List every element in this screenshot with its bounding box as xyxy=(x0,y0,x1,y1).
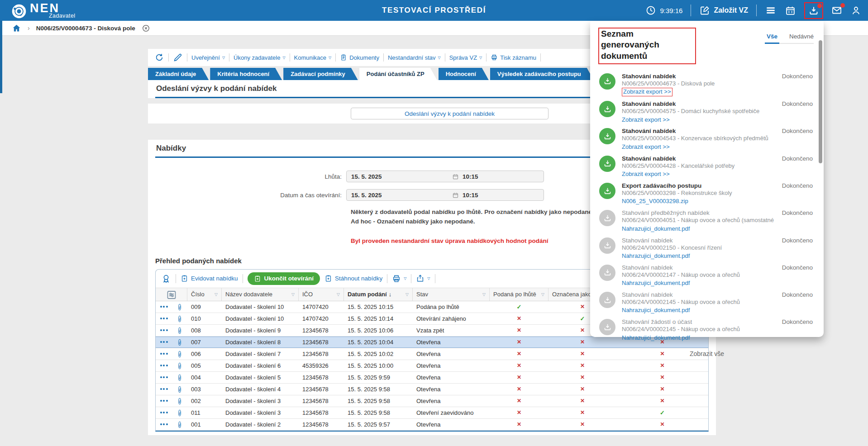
document-link[interactable]: Zobrazit export >> xyxy=(622,116,670,124)
generated-document-item[interactable]: Stahování nabídek N006/25/V00004428 - Ka… xyxy=(590,153,824,180)
table-row[interactable]: i 002 Dodavatel - školení 3 12345678 15.… xyxy=(156,395,708,407)
row-info-icon[interactable]: i xyxy=(172,409,187,416)
row-menu-icon[interactable] xyxy=(156,376,172,378)
document-link[interactable]: Nahrazujici_dokument.pdf xyxy=(622,334,690,342)
filter-icon[interactable]: ▽ xyxy=(337,292,340,297)
filter-icon[interactable]: ▽ xyxy=(291,292,295,297)
filter-icon[interactable]: ▽ xyxy=(541,292,544,297)
column-header[interactable]: Datum podání ↓ ▽ xyxy=(344,288,413,301)
panel-tab-recent[interactable]: Nedávné xyxy=(789,33,814,40)
menubar-item[interactable]: Uveřejnění ▽ xyxy=(191,54,225,61)
scrollbar-thumb[interactable] xyxy=(819,40,822,163)
menubar-item[interactable]: Nestandardní stav ▽ xyxy=(388,54,441,61)
tab[interactable]: Základní údaje xyxy=(148,68,209,80)
row-menu-icon[interactable] xyxy=(156,388,172,390)
document-link[interactable]: Nahrazujici_dokument.pdf xyxy=(622,252,690,260)
breadcrumb-item[interactable]: N006/25/V00004673 - Disková pole xyxy=(36,25,135,32)
row-info-icon[interactable]: i xyxy=(172,315,187,322)
filter-icon[interactable]: ▽ xyxy=(405,292,409,297)
generated-document-item[interactable]: Stahování nabídek N006/25/V00004543 - Ko… xyxy=(590,125,824,152)
document-link[interactable]: Zobrazit export >> xyxy=(622,143,670,151)
panel-scrollbar[interactable] xyxy=(818,23,822,335)
generated-document-item[interactable]: Stahování nabídek N006/24/V00002150 - Ko… xyxy=(590,235,824,262)
generated-document-item[interactable]: Stahování nabídek N006/24/V00002145 - Ná… xyxy=(590,289,824,316)
chevron-down-icon[interactable]: ▽ xyxy=(404,276,406,280)
row-info-icon[interactable]: i xyxy=(172,339,187,346)
generated-documents-button[interactable] xyxy=(808,5,819,16)
document-link[interactable]: Nahrazujici_dokument.pdf xyxy=(622,280,690,287)
table-settings-icon[interactable] xyxy=(166,289,177,299)
menubar-item[interactable]: Komunikace ▽ xyxy=(294,54,332,61)
row-menu-icon[interactable] xyxy=(156,318,172,319)
generated-document-item[interactable]: Stahování předběžných nabídek N006/24/V0… xyxy=(590,207,824,234)
close-tab-icon[interactable] xyxy=(142,24,150,33)
row-menu-icon[interactable] xyxy=(156,400,172,402)
table-row[interactable]: i 011 Dodavatel - školení 3 12345678 15.… xyxy=(156,407,708,419)
row-info-icon[interactable]: i xyxy=(172,351,187,357)
certificate-seal-icon[interactable] xyxy=(161,274,171,284)
row-menu-icon[interactable] xyxy=(156,341,172,343)
column-header[interactable]: Stav ▽ xyxy=(413,288,490,301)
panel-tab-all[interactable]: Vše xyxy=(767,33,777,40)
row-menu-icon[interactable] xyxy=(156,412,172,413)
user-profile-icon[interactable] xyxy=(850,5,862,16)
column-header[interactable]: Název dodavatele ▽ xyxy=(222,288,299,301)
filter-icon[interactable]: ▽ xyxy=(482,292,486,297)
deadline-input[interactable]: 15. 5. 2025 10:15 xyxy=(346,171,544,182)
row-menu-icon[interactable] xyxy=(156,306,172,308)
create-vz-button[interactable]: Založit VZ xyxy=(699,5,748,16)
column-header[interactable]: Podaná po lhůtě ▽ xyxy=(490,288,548,301)
column-header[interactable]: Číslo ▽ xyxy=(187,288,222,301)
generated-document-item[interactable]: Stahování žádostí o účast N006/24/V00002… xyxy=(590,316,824,343)
generated-document-item[interactable]: Stahování nabídek N006/24/V00002147 - Ná… xyxy=(590,262,824,289)
document-link[interactable]: N006_25_V00003298.zip xyxy=(622,198,688,205)
table-row[interactable]: i 005 Dodavatel - školení 6 45359326 15.… xyxy=(156,360,708,372)
opening-input[interactable]: 15. 5. 2025 10:15 xyxy=(346,189,544,201)
home-icon[interactable] xyxy=(12,24,21,33)
tab[interactable]: Kritéria hodnocení xyxy=(210,68,282,80)
menubar-item[interactable]: Tisk záznamu xyxy=(491,54,536,61)
row-menu-icon[interactable] xyxy=(156,353,172,355)
register-bid-button[interactable]: Evidovat nabídku xyxy=(181,275,238,282)
tab[interactable]: Výsledek zadávacího postupu xyxy=(490,68,594,80)
table-row[interactable]: i 003 Dodavatel - školení 4 12345678 15.… xyxy=(156,384,708,395)
row-info-icon[interactable]: i xyxy=(172,362,187,369)
finish-opening-button[interactable]: Ukončit otevírání xyxy=(248,272,320,285)
row-menu-icon[interactable] xyxy=(156,365,172,366)
messages-button[interactable] xyxy=(831,5,842,16)
filter-icon[interactable]: ▽ xyxy=(215,292,218,297)
row-info-icon[interactable]: i xyxy=(172,421,187,428)
row-info-icon[interactable]: i xyxy=(172,398,187,404)
generated-document-item[interactable]: Stahování nabídek N006/25/V00004575 - Do… xyxy=(590,98,824,125)
menu-hamburger-icon[interactable] xyxy=(765,5,777,16)
row-info-icon[interactable]: i xyxy=(172,386,187,393)
row-menu-icon[interactable] xyxy=(156,423,172,425)
export-icon[interactable] xyxy=(416,274,424,283)
tab[interactable]: Podání účastníků ZP xyxy=(359,68,437,80)
document-link[interactable]: Nahrazujici_dokument.pdf xyxy=(622,307,690,314)
menubar-item[interactable]: Úkony zadavatele ▽ xyxy=(234,54,286,61)
document-link[interactable]: Zobrazit export >> xyxy=(622,88,672,96)
print-icon[interactable] xyxy=(392,274,401,283)
document-link[interactable]: Zobrazit export >> xyxy=(622,171,670,178)
menubar-item[interactable]: Správa VZ ▽ xyxy=(449,54,482,61)
show-all-link[interactable]: Zobrazit vše xyxy=(590,350,824,357)
generated-document-item[interactable]: Export zadávacího postupu N006/25/V00003… xyxy=(590,180,824,207)
row-info-icon[interactable]: i xyxy=(172,327,187,334)
menubar-item[interactable]: Dokumenty xyxy=(340,54,379,61)
column-header[interactable]: IČO ▽ xyxy=(299,288,344,301)
table-row[interactable]: i 004 Dodavatel - školení 5 12345678 15.… xyxy=(156,372,708,384)
chevron-down-icon[interactable]: ▽ xyxy=(427,276,430,280)
generated-document-item[interactable]: Stahování nabídek N006/25/V00004673 - Di… xyxy=(590,71,824,98)
pencil-icon[interactable] xyxy=(173,52,183,62)
row-info-icon[interactable]: i xyxy=(172,304,187,310)
tab[interactable]: Zadávací podmínky xyxy=(283,68,358,80)
nen-logo[interactable]: NEN Zadavatel xyxy=(11,1,76,19)
row-menu-icon[interactable] xyxy=(156,329,172,331)
calendar-icon[interactable] xyxy=(785,5,796,16)
tab[interactable]: Hodnocení xyxy=(439,68,489,80)
send-invite-button[interactable]: Odeslání výzvy k podání nabídek xyxy=(351,108,548,119)
download-bids-button[interactable]: Stáhnout nabídky xyxy=(324,275,382,282)
document-link[interactable]: Nahrazujici_dokument.pdf xyxy=(622,225,690,233)
table-row[interactable]: i 001 Dodavatel - školení 2 12345678 15.… xyxy=(156,419,708,431)
